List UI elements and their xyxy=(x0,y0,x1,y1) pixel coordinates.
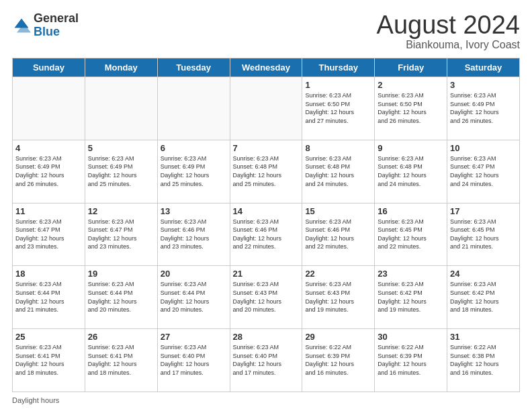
calendar-cell: 7Sunrise: 6:23 AM Sunset: 6:48 PM Daylig… xyxy=(230,140,302,203)
weekday-header: Thursday xyxy=(302,58,375,77)
day-number: 2 xyxy=(378,80,444,90)
day-number: 4 xyxy=(15,143,82,153)
day-number: 8 xyxy=(305,143,371,153)
calendar-week-row: 11Sunrise: 6:23 AM Sunset: 6:47 PM Dayli… xyxy=(13,203,520,266)
calendar-cell: 4Sunrise: 6:23 AM Sunset: 6:49 PM Daylig… xyxy=(13,140,85,203)
calendar-cell: 13Sunrise: 6:23 AM Sunset: 6:46 PM Dayli… xyxy=(157,203,230,266)
day-info: Sunrise: 6:23 AM Sunset: 6:50 PM Dayligh… xyxy=(305,91,371,125)
calendar-header: SundayMondayTuesdayWednesdayThursdayFrid… xyxy=(13,58,520,77)
location-title: Biankouma, Ivory Coast xyxy=(377,39,520,51)
day-info: Sunrise: 6:23 AM Sunset: 6:47 PM Dayligh… xyxy=(88,218,154,251)
weekday-row: SundayMondayTuesdayWednesdayThursdayFrid… xyxy=(13,58,520,77)
day-info: Sunrise: 6:23 AM Sunset: 6:46 PM Dayligh… xyxy=(161,218,227,251)
calendar-cell: 15Sunrise: 6:23 AM Sunset: 6:46 PM Dayli… xyxy=(302,203,375,266)
day-number: 30 xyxy=(378,332,444,342)
day-info: Sunrise: 6:23 AM Sunset: 6:42 PM Dayligh… xyxy=(450,280,517,314)
day-info: Sunrise: 6:22 AM Sunset: 6:38 PM Dayligh… xyxy=(450,343,517,377)
day-number: 1 xyxy=(305,80,371,90)
day-number: 24 xyxy=(450,269,517,279)
calendar-cell: 25Sunrise: 6:23 AM Sunset: 6:41 PM Dayli… xyxy=(13,329,85,392)
calendar-cell xyxy=(85,77,157,140)
calendar-cell: 2Sunrise: 6:23 AM Sunset: 6:50 PM Daylig… xyxy=(375,77,447,140)
day-info: Sunrise: 6:23 AM Sunset: 6:49 PM Dayligh… xyxy=(161,154,227,188)
title-block: August 2024 Biankouma, Ivory Coast xyxy=(377,12,520,51)
day-number: 27 xyxy=(161,332,227,342)
daylight-label: Daylight hours xyxy=(12,396,59,404)
day-number: 10 xyxy=(450,143,517,153)
day-number: 18 xyxy=(15,269,82,279)
calendar-cell xyxy=(157,77,230,140)
calendar-cell: 30Sunrise: 6:22 AM Sunset: 6:39 PM Dayli… xyxy=(375,329,447,392)
calendar-cell: 31Sunrise: 6:22 AM Sunset: 6:38 PM Dayli… xyxy=(447,329,520,392)
day-number: 9 xyxy=(378,143,444,153)
weekday-header: Saturday xyxy=(447,58,520,77)
day-number: 7 xyxy=(233,143,300,153)
calendar-cell: 6Sunrise: 6:23 AM Sunset: 6:49 PM Daylig… xyxy=(157,140,230,203)
day-info: Sunrise: 6:23 AM Sunset: 6:44 PM Dayligh… xyxy=(88,280,154,314)
calendar-cell: 16Sunrise: 6:23 AM Sunset: 6:45 PM Dayli… xyxy=(375,203,447,266)
calendar-cell: 20Sunrise: 6:23 AM Sunset: 6:44 PM Dayli… xyxy=(157,266,230,329)
day-info: Sunrise: 6:23 AM Sunset: 6:48 PM Dayligh… xyxy=(305,154,371,188)
calendar-cell: 5Sunrise: 6:23 AM Sunset: 6:49 PM Daylig… xyxy=(85,140,157,203)
page: General Blue August 2024 Biankouma, Ivor… xyxy=(0,0,532,411)
calendar-week-row: 18Sunrise: 6:23 AM Sunset: 6:44 PM Dayli… xyxy=(13,266,520,329)
day-number: 14 xyxy=(233,206,300,216)
day-info: Sunrise: 6:23 AM Sunset: 6:43 PM Dayligh… xyxy=(233,280,300,314)
calendar-cell: 29Sunrise: 6:22 AM Sunset: 6:39 PM Dayli… xyxy=(302,329,375,392)
calendar-cell: 22Sunrise: 6:23 AM Sunset: 6:43 PM Dayli… xyxy=(302,266,375,329)
logo-general: General xyxy=(34,11,79,25)
calendar-cell: 26Sunrise: 6:23 AM Sunset: 6:41 PM Dayli… xyxy=(85,329,157,392)
calendar-body: 1Sunrise: 6:23 AM Sunset: 6:50 PM Daylig… xyxy=(13,77,520,392)
logo: General Blue xyxy=(12,12,79,39)
calendar-week-row: 25Sunrise: 6:23 AM Sunset: 6:41 PM Dayli… xyxy=(13,329,520,392)
logo-text: General Blue xyxy=(34,12,79,39)
day-info: Sunrise: 6:23 AM Sunset: 6:44 PM Dayligh… xyxy=(15,280,82,314)
calendar-week-row: 4Sunrise: 6:23 AM Sunset: 6:49 PM Daylig… xyxy=(13,140,520,203)
day-info: Sunrise: 6:23 AM Sunset: 6:49 PM Dayligh… xyxy=(450,91,517,125)
calendar-cell: 18Sunrise: 6:23 AM Sunset: 6:44 PM Dayli… xyxy=(13,266,85,329)
day-number: 29 xyxy=(305,332,371,342)
calendar-cell: 24Sunrise: 6:23 AM Sunset: 6:42 PM Dayli… xyxy=(447,266,520,329)
day-info: Sunrise: 6:23 AM Sunset: 6:43 PM Dayligh… xyxy=(305,280,371,314)
day-number: 16 xyxy=(378,206,444,216)
day-number: 12 xyxy=(88,206,154,216)
day-info: Sunrise: 6:23 AM Sunset: 6:40 PM Dayligh… xyxy=(233,343,300,377)
day-info: Sunrise: 6:23 AM Sunset: 6:49 PM Dayligh… xyxy=(15,154,82,188)
day-number: 6 xyxy=(161,143,227,153)
day-info: Sunrise: 6:23 AM Sunset: 6:41 PM Dayligh… xyxy=(15,343,82,377)
day-number: 20 xyxy=(161,269,227,279)
calendar-cell: 1Sunrise: 6:23 AM Sunset: 6:50 PM Daylig… xyxy=(302,77,375,140)
calendar-cell: 19Sunrise: 6:23 AM Sunset: 6:44 PM Dayli… xyxy=(85,266,157,329)
calendar-cell: 27Sunrise: 6:23 AM Sunset: 6:40 PM Dayli… xyxy=(157,329,230,392)
calendar-cell: 28Sunrise: 6:23 AM Sunset: 6:40 PM Dayli… xyxy=(230,329,302,392)
day-info: Sunrise: 6:23 AM Sunset: 6:45 PM Dayligh… xyxy=(378,218,444,251)
day-info: Sunrise: 6:23 AM Sunset: 6:42 PM Dayligh… xyxy=(378,280,444,314)
day-info: Sunrise: 6:23 AM Sunset: 6:45 PM Dayligh… xyxy=(450,218,517,251)
weekday-header: Tuesday xyxy=(157,58,230,77)
day-number: 25 xyxy=(15,332,82,342)
day-number: 13 xyxy=(161,206,227,216)
weekday-header: Monday xyxy=(85,58,157,77)
calendar-table: SundayMondayTuesdayWednesdayThursdayFrid… xyxy=(12,58,520,392)
day-number: 5 xyxy=(88,143,154,153)
day-number: 22 xyxy=(305,269,371,279)
weekday-header: Friday xyxy=(375,58,447,77)
footer: Daylight hours xyxy=(12,396,520,404)
calendar-cell: 14Sunrise: 6:23 AM Sunset: 6:46 PM Dayli… xyxy=(230,203,302,266)
day-info: Sunrise: 6:23 AM Sunset: 6:50 PM Dayligh… xyxy=(378,91,444,125)
day-number: 21 xyxy=(233,269,300,279)
calendar-cell: 10Sunrise: 6:23 AM Sunset: 6:47 PM Dayli… xyxy=(447,140,520,203)
day-info: Sunrise: 6:23 AM Sunset: 6:41 PM Dayligh… xyxy=(88,343,154,377)
day-number: 23 xyxy=(378,269,444,279)
day-info: Sunrise: 6:23 AM Sunset: 6:40 PM Dayligh… xyxy=(161,343,227,377)
logo-blue: Blue xyxy=(34,25,60,38)
calendar-cell: 17Sunrise: 6:23 AM Sunset: 6:45 PM Dayli… xyxy=(447,203,520,266)
calendar-cell: 11Sunrise: 6:23 AM Sunset: 6:47 PM Dayli… xyxy=(13,203,85,266)
day-number: 15 xyxy=(305,206,371,216)
day-number: 3 xyxy=(450,80,517,90)
day-info: Sunrise: 6:23 AM Sunset: 6:46 PM Dayligh… xyxy=(305,218,371,251)
calendar-cell: 9Sunrise: 6:23 AM Sunset: 6:48 PM Daylig… xyxy=(375,140,447,203)
calendar-cell: 3Sunrise: 6:23 AM Sunset: 6:49 PM Daylig… xyxy=(447,77,520,140)
day-number: 26 xyxy=(88,332,154,342)
day-info: Sunrise: 6:23 AM Sunset: 6:48 PM Dayligh… xyxy=(378,154,444,188)
